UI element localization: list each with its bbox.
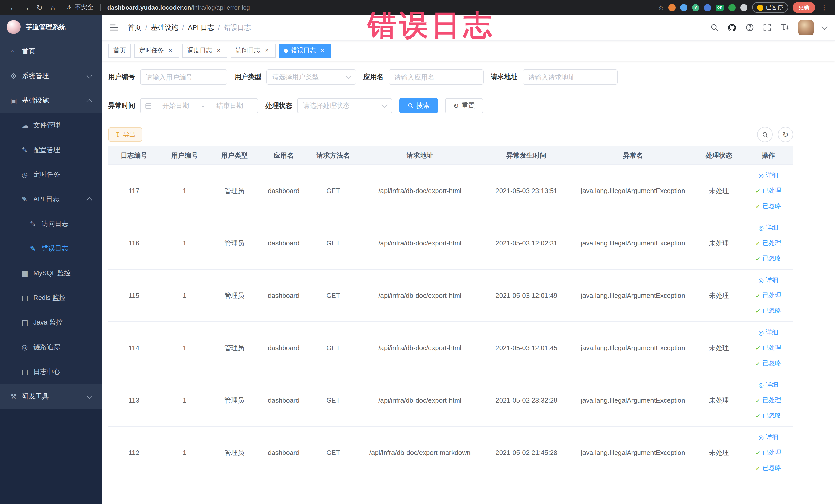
browser-home-icon[interactable]: ⌂ [46, 3, 60, 12]
blue-grid-extension-icon[interactable] [704, 4, 711, 11]
detail-action-link[interactable]: ◎详细 [758, 276, 778, 284]
help-icon[interactable] [746, 23, 754, 32]
ignored-action-link[interactable]: ✓已忽略 [755, 306, 781, 315]
sidebar-item-access-log[interactable]: ✎访问日志 [0, 211, 102, 236]
user-avatar[interactable] [798, 20, 814, 35]
check-icon: ✓ [755, 345, 760, 351]
export-button[interactable]: ↧ 导出 [108, 127, 142, 142]
browser-menu-icon[interactable]: ⋮ [820, 4, 829, 11]
sidebar-item-redis-monitor[interactable]: ▤Redis 监控 [0, 285, 102, 310]
user-type-placeholder: 请选择用户类型 [272, 73, 319, 82]
user-id-input[interactable] [140, 69, 227, 85]
tab-error-log[interactable]: 错误日志× [279, 44, 331, 58]
ignored-action-link[interactable]: ✓已忽略 [755, 464, 781, 472]
fullscreen-icon[interactable] [763, 23, 772, 32]
font-size-icon[interactable] [780, 23, 790, 32]
sidebar-item-home[interactable]: ⌂首页 [0, 39, 102, 64]
leaf-extension-icon[interactable] [729, 4, 736, 11]
detail-action-link[interactable]: ◎详细 [758, 171, 778, 180]
address-bar[interactable]: ⚠ 不安全 dashboard.yudao.iocoder.cn/infra/l… [67, 3, 250, 12]
blue-drop-extension-icon[interactable] [680, 4, 687, 11]
close-icon[interactable]: × [167, 47, 174, 54]
sidebar-item-link-tracing[interactable]: ◎链路追踪 [0, 335, 102, 360]
tab-scheduled-tasks[interactable]: 定时任务× [134, 44, 179, 58]
orange-extension-icon[interactable] [668, 4, 676, 11]
profile-paused-pill[interactable]: 已暂停 [752, 2, 788, 13]
breadcrumb-api-log[interactable]: API 日志 [188, 23, 224, 32]
ignored-action-link[interactable]: ✓已忽略 [755, 202, 781, 210]
app-name-input[interactable] [389, 69, 484, 85]
tab-home[interactable]: 首页 [108, 44, 131, 58]
extension-icons: Von [668, 4, 748, 11]
check-icon: ✓ [755, 293, 760, 299]
tab-schedule-log[interactable]: 调度日志× [182, 44, 227, 58]
table-header-row: 日志编号用户编号用户类型应用名请求方法名请求地址异常发生时间异常名处理状态操作 [108, 146, 793, 165]
exception-time-range-picker[interactable]: 开始日期 - 结束日期 [140, 98, 258, 114]
switch-on-extension-badge[interactable]: on [716, 4, 724, 11]
ignored-action-link[interactable]: ✓已忽略 [755, 254, 781, 263]
sidebar-item-error-log[interactable]: ✎错误日志 [0, 236, 102, 261]
request-url-cell: /api/infra/db-doc/export-html [358, 217, 482, 269]
app-name-cell: dashboard [259, 165, 308, 217]
detail-action-link[interactable]: ◎详细 [758, 433, 778, 442]
detail-action-link[interactable]: ◎详细 [758, 223, 778, 232]
breadcrumb-infrastructure[interactable]: 基础设施 [151, 23, 188, 32]
user-id-cell: 1 [160, 322, 209, 374]
browser-reload-icon[interactable]: ↻ [33, 3, 46, 12]
sidebar-item-file-management[interactable]: ☁文件管理 [0, 113, 102, 138]
user-type-select[interactable]: 请选择用户类型 [266, 69, 356, 85]
paw-extension-icon[interactable] [740, 4, 748, 11]
tab-access-log[interactable]: 访问日志× [230, 44, 276, 58]
browser-back-icon[interactable]: ← [6, 3, 20, 12]
processed-action-link[interactable]: ✓已处理 [755, 448, 781, 457]
status-cell: 未处理 [695, 426, 744, 479]
ignored-action-link[interactable]: ✓已忽略 [755, 411, 781, 420]
sidebar-item-system-management[interactable]: ⚙系统管理 [0, 64, 102, 88]
close-icon[interactable]: × [263, 47, 270, 54]
processed-action-link[interactable]: ✓已处理 [755, 239, 781, 247]
github-icon[interactable] [728, 23, 737, 32]
detail-action-link[interactable]: ◎详细 [758, 381, 778, 389]
request-url-input[interactable] [523, 69, 617, 85]
request-url-cell: /api/infra/db-doc/export-markdown [358, 426, 482, 479]
search-icon[interactable] [710, 23, 719, 32]
sidebar-item-mysql-monitor[interactable]: ▦MySQL 监控 [0, 261, 102, 285]
sidebar-item-java-monitor[interactable]: ◫Java 监控 [0, 310, 102, 335]
vue-devtools-extension-icon[interactable]: V [692, 4, 699, 11]
sidebar-item-log-center[interactable]: ▤日志中心 [0, 360, 102, 384]
column-header: 请求地址 [358, 146, 482, 165]
bookmark-star-icon[interactable]: ☆ [658, 4, 664, 11]
active-tab-dot [284, 48, 288, 53]
process-status-select[interactable]: 请选择处理状态 [297, 98, 392, 114]
close-icon[interactable]: × [215, 47, 222, 54]
sidebar-item-api-log[interactable]: ✎API 日志 [0, 187, 102, 211]
page-url: dashboard.yudao.iocoder.cn/infra/log/api… [107, 4, 250, 11]
sidebar-logo[interactable]: 芋道管理系统 [0, 15, 102, 39]
hamburger-icon[interactable] [110, 23, 119, 32]
breadcrumb-home[interactable]: 首页 [128, 23, 151, 32]
search-icon [408, 103, 414, 109]
sidebar-menu-top: ⌂首页⚙系统管理▣基础设施 [0, 39, 102, 113]
processed-action-link[interactable]: ✓已处理 [755, 344, 781, 352]
sidebar-item-dev-tools[interactable]: ⚒研发工具 [0, 384, 102, 409]
close-icon[interactable]: × [319, 47, 326, 54]
detail-action-link[interactable]: ◎详细 [758, 328, 778, 337]
search-button[interactable]: 搜索 [400, 98, 438, 114]
column-header: 用户类型 [209, 146, 259, 165]
tabs-bar: 首页定时任务×调度日志×访问日志×错误日志× [102, 41, 835, 61]
browser-forward-icon[interactable]: → [20, 3, 33, 12]
reset-button[interactable]: ↻ 重置 [445, 98, 483, 114]
processed-action-link[interactable]: ✓已处理 [755, 291, 781, 300]
processed-action-link[interactable]: ✓已处理 [755, 396, 781, 405]
sidebar-item-scheduled-tasks[interactable]: ◷定时任务 [0, 162, 102, 187]
sidebar-item-config-management[interactable]: ✎配置管理 [0, 138, 102, 162]
url-host: dashboard.yudao.iocoder.cn [107, 4, 191, 11]
sidebar-item-infrastructure[interactable]: ▣基础设施 [0, 88, 102, 113]
chevron-down-icon[interactable] [822, 24, 828, 29]
browser-update-button[interactable]: 更新 [793, 2, 815, 13]
ignored-action-link[interactable]: ✓已忽略 [755, 359, 781, 368]
log-id-cell: 114 [108, 322, 160, 374]
toggle-search-button[interactable] [757, 127, 773, 142]
processed-action-link[interactable]: ✓已处理 [755, 186, 781, 195]
refresh-table-button[interactable]: ↻ [778, 127, 793, 142]
